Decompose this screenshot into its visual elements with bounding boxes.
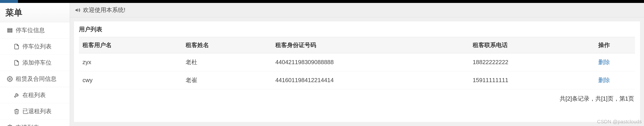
sidebar-item-renting-list[interactable]: 在租列表 bbox=[0, 87, 70, 103]
table-row: zyx 老杜 440421198309088888 18822222222 删除 bbox=[79, 53, 635, 71]
cell-op: 删除 bbox=[595, 53, 635, 71]
col-header-op: 操作 bbox=[595, 37, 635, 53]
cell-name: 老崔 bbox=[182, 71, 272, 89]
col-header-phone: 租客联系电话 bbox=[469, 37, 595, 53]
sidebar-item-label: 在租列表 bbox=[22, 91, 46, 99]
menu-group-label: 申请列表 bbox=[16, 123, 39, 126]
col-header-idcard: 租客身份证号码 bbox=[272, 37, 469, 53]
pager: 共[2]条记录，共[1]页，第1页 bbox=[79, 89, 635, 103]
table-row: cwy 老崔 441601198412214414 15911111111 删除 bbox=[79, 71, 635, 89]
topbar bbox=[0, 0, 644, 3]
content: 欢迎使用本系统! 用户列表 租客用户名 租客姓名 租客身份证号码 租客联系电话 … bbox=[70, 3, 644, 126]
menu-group-label: 租赁及合同信息 bbox=[16, 75, 56, 83]
cell-username: cwy bbox=[79, 71, 182, 89]
cell-phone: 15911111111 bbox=[469, 71, 595, 89]
wrench-icon bbox=[14, 92, 20, 98]
panel-title: 用户列表 bbox=[79, 25, 635, 33]
list-icon bbox=[7, 27, 13, 34]
menu-group-parking[interactable]: 停车位信息 bbox=[0, 22, 70, 38]
col-header-username: 租客用户名 bbox=[79, 37, 182, 53]
sidebar-item-parking-add[interactable]: 添加停车位 bbox=[0, 55, 70, 71]
sidebar-item-parking-list[interactable]: 停车位列表 bbox=[0, 38, 70, 55]
menu-group-apply[interactable]: 申请列表 bbox=[0, 119, 70, 126]
col-header-name: 租客姓名 bbox=[182, 37, 272, 53]
svg-point-3 bbox=[9, 78, 11, 80]
sidebar: 菜单 停车位信息 停车位列表 添加停车位 租赁及合同信息 bbox=[0, 3, 70, 126]
gear-icon bbox=[7, 76, 13, 82]
cell-idcard: 440421198309088888 bbox=[272, 53, 469, 71]
menu-group-lease[interactable]: 租赁及合同信息 bbox=[0, 71, 70, 87]
volume-icon bbox=[74, 7, 81, 13]
cell-idcard: 441601198412214414 bbox=[272, 71, 469, 89]
user-table: 租客用户名 租客姓名 租客身份证号码 租客联系电话 操作 zyx 老杜 4404… bbox=[79, 37, 635, 89]
topbar-accent bbox=[0, 0, 18, 3]
sidebar-item-label: 添加停车位 bbox=[22, 59, 52, 67]
welcome-bar: 欢迎使用本系统! bbox=[70, 3, 644, 17]
file-icon bbox=[14, 43, 20, 50]
svg-rect-1 bbox=[8, 30, 12, 31]
delete-link[interactable]: 删除 bbox=[598, 59, 610, 66]
table-header-row: 租客用户名 租客姓名 租客身份证号码 租客联系电话 操作 bbox=[79, 37, 635, 53]
cell-name: 老杜 bbox=[182, 53, 272, 71]
delete-link[interactable]: 删除 bbox=[598, 77, 610, 84]
cell-phone: 18822222222 bbox=[469, 53, 595, 71]
sidebar-title: 菜单 bbox=[0, 3, 70, 22]
svg-rect-0 bbox=[8, 28, 12, 29]
sidebar-item-label: 停车位列表 bbox=[22, 42, 52, 50]
trash-icon bbox=[14, 108, 20, 114]
cell-op: 删除 bbox=[595, 71, 635, 89]
svg-rect-2 bbox=[8, 31, 12, 32]
file-icon bbox=[14, 60, 20, 66]
sidebar-item-returned-list[interactable]: 已退租列表 bbox=[0, 103, 70, 119]
cell-username: zyx bbox=[79, 53, 182, 71]
user-list-panel: 用户列表 租客用户名 租客姓名 租客身份证号码 租客联系电话 操作 zyx 老杜 bbox=[74, 21, 640, 122]
menu-group-label: 停车位信息 bbox=[16, 26, 45, 34]
sidebar-item-label: 已退租列表 bbox=[22, 107, 52, 115]
welcome-text: 欢迎使用本系统! bbox=[83, 6, 125, 14]
layout: 菜单 停车位信息 停车位列表 添加停车位 租赁及合同信息 bbox=[0, 3, 644, 126]
gear-icon bbox=[7, 124, 13, 126]
